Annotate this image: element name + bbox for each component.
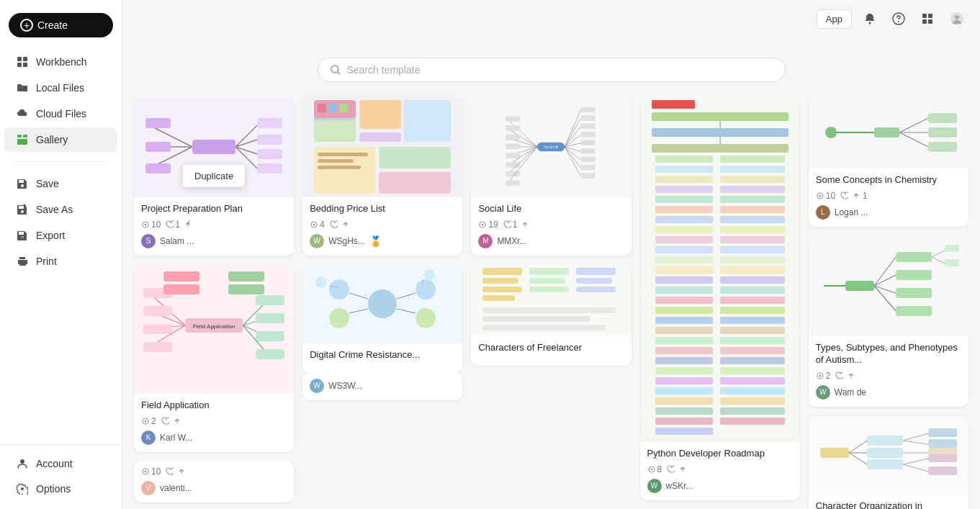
card-author: W Wam de — [816, 385, 961, 400]
bell-icon[interactable] — [859, 9, 881, 28]
svg-rect-176 — [655, 297, 713, 304]
freelancer-thumb — [471, 264, 631, 336]
svg-rect-142 — [652, 100, 695, 109]
sidebar: + Create Workbench Local Files Cloud Fil… — [0, 0, 122, 509]
svg-rect-139 — [482, 307, 616, 313]
svg-rect-13 — [922, 19, 927, 24]
card-title: Digital Crime Resistance... — [310, 349, 455, 361]
card-top-partial: 10 V valenti... — [134, 461, 294, 503]
svg-rect-102 — [581, 140, 595, 145]
svg-line-220 — [874, 275, 896, 286]
search-bar[interactable] — [318, 58, 786, 82]
svg-rect-195 — [720, 387, 785, 395]
card-author: V valenti... — [141, 481, 287, 495]
sidebar-item-cloud-files[interactable]: Cloud Files — [4, 102, 117, 126]
svg-rect-143 — [652, 112, 788, 121]
svg-rect-161 — [720, 216, 785, 223]
svg-rect-63 — [314, 120, 356, 142]
svg-rect-184 — [655, 337, 713, 344]
chemistry-thumb — [809, 96, 968, 168]
duplicate-popup[interactable]: Duplicate — [182, 164, 246, 188]
svg-point-77 — [313, 223, 315, 225]
svg-rect-165 — [720, 236, 785, 243]
svg-rect-114 — [505, 125, 520, 131]
sidebar-item-gallery[interactable]: Gallery — [4, 127, 117, 152]
help-icon[interactable] — [888, 9, 909, 28]
svg-rect-134 — [529, 278, 565, 284]
svg-point-213 — [825, 127, 837, 138]
svg-rect-246 — [928, 454, 957, 462]
card-field-application: Field Application — [134, 264, 294, 452]
svg-rect-30 — [145, 142, 171, 152]
svg-rect-68 — [379, 147, 451, 168]
svg-rect-188 — [655, 357, 713, 364]
sidebar-item-workbench[interactable]: Workbench — [4, 50, 117, 74]
print-label: Print — [36, 256, 57, 267]
sidebar-item-export[interactable]: Export — [4, 223, 117, 248]
sidebar-item-save-as[interactable]: Save As — [4, 197, 117, 222]
svg-rect-74 — [318, 159, 354, 163]
share-icon — [178, 467, 186, 476]
svg-rect-14 — [928, 19, 932, 24]
card-title: Social Life — [478, 203, 624, 215]
svg-line-237 — [849, 453, 867, 464]
sidebar-item-label: Workbench — [36, 56, 87, 68]
svg-rect-236 — [867, 448, 903, 458]
svg-rect-152 — [655, 176, 713, 183]
svg-rect-71 — [328, 104, 337, 112]
svg-rect-219 — [896, 252, 932, 262]
svg-rect-137 — [576, 278, 612, 284]
sidebar-item-account[interactable]: Account — [4, 451, 117, 476]
sidebar-item-options[interactable]: Options — [4, 477, 117, 501]
card-thumbnail — [809, 415, 968, 495]
svg-rect-212 — [928, 142, 957, 152]
sidebar-item-print[interactable]: Print — [4, 249, 117, 274]
create-button[interactable]: + Create — [9, 13, 113, 37]
svg-rect-129 — [482, 268, 522, 275]
svg-rect-225 — [896, 306, 932, 316]
card-title: Bedding Price List — [310, 203, 455, 215]
search-input[interactable] — [347, 64, 773, 76]
app-button[interactable]: App — [817, 9, 852, 29]
grid-view-icon[interactable] — [917, 9, 938, 28]
svg-rect-168 — [655, 256, 713, 263]
svg-rect-238 — [867, 459, 903, 469]
svg-point-231 — [819, 374, 821, 377]
svg-rect-98 — [581, 124, 595, 130]
svg-rect-66 — [404, 100, 451, 142]
save-as-label: Save As — [36, 204, 73, 215]
card-thumbnail: Duplicate — [134, 96, 294, 197]
card-meta: 10 1 — [816, 191, 961, 201]
card-meta: 8 — [647, 464, 793, 474]
python-thumb — [640, 96, 800, 442]
card-python-roadmap: Python Developer Roadmap 8 — [640, 96, 800, 500]
svg-rect-149 — [720, 156, 785, 163]
user-avatar-icon[interactable] — [945, 9, 968, 29]
card-body: Field Application 2 — [134, 394, 294, 452]
svg-rect-18 — [192, 140, 235, 154]
card-body: Python Developer Roadmap 8 — [640, 442, 800, 500]
svg-rect-185 — [720, 337, 785, 344]
author-avatar: W — [310, 379, 324, 393]
card-characters-freelancer: Characters of Freelancer — [471, 264, 631, 366]
create-label: Create — [37, 19, 68, 31]
card-author: K Karl W... — [141, 431, 287, 445]
card-body: Bedding Price List 4 — [302, 197, 462, 256]
svg-rect-112 — [505, 116, 520, 122]
card-bedding-price: Bedding Price List 4 — [302, 96, 462, 256]
options-label: Options — [36, 483, 71, 495]
svg-rect-154 — [655, 186, 713, 193]
sidebar-item-save[interactable]: Save — [4, 171, 117, 196]
card-author: L Logan ... — [816, 205, 961, 220]
like-icon — [840, 192, 848, 200]
folder-icon — [16, 81, 29, 94]
svg-rect-151 — [720, 166, 785, 173]
sidebar-item-local-files[interactable]: Local Files — [4, 76, 117, 100]
card-meta: 10 1 — [141, 220, 287, 230]
like-count: 1 — [503, 220, 518, 230]
bedding-thumb — [302, 96, 462, 197]
svg-rect-133 — [529, 268, 569, 275]
svg-rect-136 — [576, 268, 616, 275]
svg-line-103 — [565, 147, 581, 151]
card-title: Some Concepts in Chemistry — [816, 174, 961, 186]
